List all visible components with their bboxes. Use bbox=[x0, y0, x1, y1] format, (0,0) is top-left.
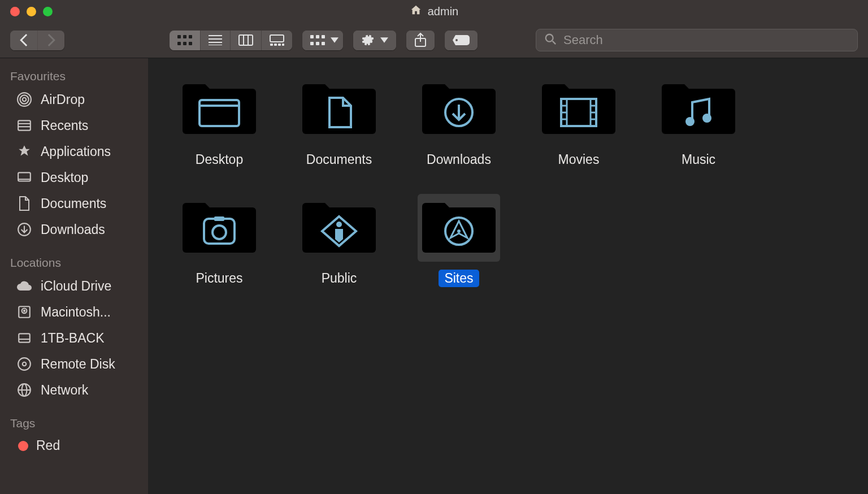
sidebar-item-recents[interactable]: Recents bbox=[0, 112, 148, 138]
column-view-button[interactable] bbox=[230, 31, 261, 50]
svg-rect-0 bbox=[177, 35, 181, 38]
svg-rect-16 bbox=[278, 44, 281, 46]
search-field[interactable] bbox=[536, 29, 858, 51]
sidebar-header-favourites: Favourites bbox=[0, 66, 148, 86]
folder-icon bbox=[298, 194, 380, 262]
documents-icon bbox=[16, 195, 33, 212]
applications-icon bbox=[16, 143, 33, 160]
svg-rect-4 bbox=[183, 42, 186, 45]
folder-sites[interactable]: Sites bbox=[399, 192, 519, 305]
sidebar-item-desktop[interactable]: Desktop bbox=[0, 164, 148, 190]
downloads-icon bbox=[16, 221, 33, 238]
svg-rect-2 bbox=[189, 35, 192, 38]
edit-tags-button[interactable] bbox=[445, 31, 478, 50]
folder-label: Sites bbox=[439, 270, 479, 287]
external-drive-icon bbox=[16, 330, 33, 346]
sidebar-item-label: Applications bbox=[41, 144, 111, 159]
folder-downloads[interactable]: Downloads bbox=[399, 73, 519, 186]
svg-rect-14 bbox=[270, 44, 273, 46]
share-group bbox=[406, 31, 435, 50]
airdrop-icon bbox=[16, 91, 33, 108]
svg-rect-5 bbox=[189, 42, 192, 45]
minimize-window-button[interactable] bbox=[27, 7, 36, 16]
folder-label: Desktop bbox=[190, 151, 249, 168]
list-view-button[interactable] bbox=[200, 31, 230, 50]
folder-icon bbox=[178, 75, 261, 143]
svg-rect-10 bbox=[239, 35, 253, 45]
close-window-button[interactable] bbox=[10, 7, 20, 16]
svg-point-27 bbox=[546, 34, 553, 42]
tag-red-icon bbox=[18, 441, 28, 451]
sidebar-item-label: AirDrop bbox=[41, 92, 85, 107]
svg-point-30 bbox=[20, 95, 28, 103]
svg-rect-20 bbox=[322, 35, 325, 38]
sidebar-item-network[interactable]: Network bbox=[0, 377, 148, 403]
forward-button[interactable] bbox=[37, 31, 64, 50]
sidebar-item-1tb-back[interactable]: 1TB-BACK bbox=[0, 325, 148, 351]
folder-movies[interactable]: Movies bbox=[519, 73, 639, 186]
svg-rect-32 bbox=[18, 120, 31, 130]
folder-label: Documents bbox=[301, 151, 377, 168]
folder-label: Downloads bbox=[421, 151, 497, 168]
folder-desktop[interactable]: Desktop bbox=[159, 73, 279, 186]
sidebar-item-remote-disk[interactable]: Remote Disk bbox=[0, 351, 148, 377]
tags-group bbox=[445, 31, 478, 50]
sidebar-item-tag-red[interactable]: Red bbox=[0, 434, 148, 458]
sidebar-item-label: Remote Disk bbox=[41, 357, 115, 372]
sidebar-item-documents[interactable]: Documents bbox=[0, 190, 148, 216]
sidebar-item-downloads[interactable]: Downloads bbox=[0, 216, 148, 242]
arrange-button[interactable] bbox=[302, 31, 343, 50]
sidebar-item-label: Desktop bbox=[41, 170, 88, 185]
folder-documents[interactable]: Documents bbox=[279, 73, 399, 186]
folder-icon bbox=[418, 75, 500, 143]
folder-icon bbox=[178, 194, 261, 262]
view-group bbox=[170, 31, 292, 50]
recents-icon bbox=[16, 117, 33, 134]
search-input[interactable] bbox=[563, 33, 849, 47]
sidebar-item-label: Documents bbox=[41, 196, 106, 211]
folder-label: Music bbox=[676, 151, 721, 168]
svg-point-29 bbox=[23, 98, 27, 102]
sidebar-header-tags: Tags bbox=[0, 413, 148, 434]
zoom-window-button[interactable] bbox=[43, 7, 53, 16]
action-menu-button[interactable] bbox=[353, 31, 396, 50]
svg-point-45 bbox=[23, 362, 27, 366]
back-button[interactable] bbox=[10, 31, 37, 50]
share-button[interactable] bbox=[406, 31, 435, 50]
svg-point-26 bbox=[455, 39, 458, 41]
main-body: Favourites AirDrop Recents Applications … bbox=[0, 58, 868, 494]
sidebar-item-label: Red bbox=[36, 438, 60, 453]
folder-label: Pictures bbox=[190, 270, 248, 287]
svg-rect-42 bbox=[19, 333, 30, 342]
sidebar-item-icloud[interactable]: iCloud Drive bbox=[0, 273, 148, 299]
sidebar-item-airdrop[interactable]: AirDrop bbox=[0, 86, 148, 112]
folder-icon bbox=[298, 75, 380, 143]
svg-line-28 bbox=[553, 41, 556, 45]
window-title: admin bbox=[0, 4, 868, 19]
folder-pictures[interactable]: Pictures bbox=[159, 192, 279, 305]
sidebar-item-label: Downloads bbox=[41, 222, 105, 237]
svg-rect-18 bbox=[310, 35, 314, 38]
svg-point-41 bbox=[24, 310, 25, 311]
folder-public[interactable]: Public bbox=[279, 192, 399, 305]
toolbar bbox=[0, 23, 868, 58]
icon-view-button[interactable] bbox=[170, 31, 200, 50]
action-group bbox=[353, 31, 396, 50]
folder-label: Movies bbox=[553, 151, 605, 168]
sidebar-item-label: iCloud Drive bbox=[41, 279, 111, 294]
folder-music[interactable]: Music bbox=[639, 73, 758, 186]
gallery-view-button[interactable] bbox=[261, 31, 292, 50]
svg-rect-17 bbox=[282, 44, 284, 46]
sidebar-item-applications[interactable]: Applications bbox=[0, 138, 148, 164]
svg-rect-21 bbox=[310, 42, 314, 45]
sidebar-item-macintosh-hd[interactable]: Macintosh... bbox=[0, 299, 148, 325]
network-icon bbox=[16, 382, 33, 398]
svg-rect-19 bbox=[316, 35, 319, 38]
svg-point-44 bbox=[18, 358, 31, 370]
content-area[interactable]: Desktop Documents Downloads Movies bbox=[148, 58, 868, 494]
sidebar-header-locations: Locations bbox=[0, 253, 148, 273]
disc-icon bbox=[16, 356, 33, 372]
sidebar-item-label: Recents bbox=[41, 118, 88, 133]
search-icon bbox=[544, 33, 557, 47]
svg-rect-3 bbox=[177, 42, 181, 45]
